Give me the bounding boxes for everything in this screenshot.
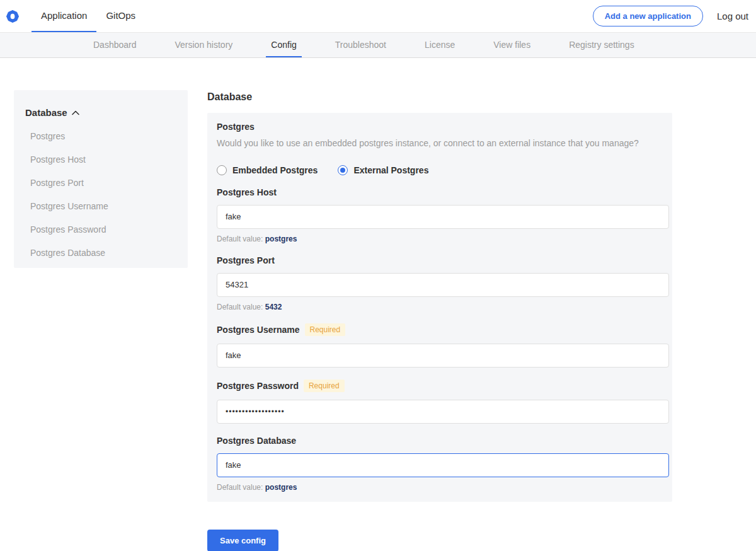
- postgres-database-default-value: postgres: [265, 483, 297, 492]
- postgres-username-label: Postgres Username Required: [217, 323, 663, 336]
- postgres-username-required-badge: Required: [305, 323, 346, 336]
- postgres-port-label-text: Postgres Port: [217, 255, 275, 265]
- content-area: Database Postgres Postgres Host Postgres…: [0, 58, 756, 551]
- subnav-config[interactable]: Config: [266, 33, 301, 57]
- postgres-database-label: Postgres Database: [217, 436, 663, 446]
- sidebar-group-database[interactable]: Database: [25, 107, 176, 118]
- subnav-config-label: Config: [271, 40, 296, 50]
- postgres-database-default-prefix: Default value:: [217, 483, 263, 492]
- sidebar-item-postgres[interactable]: Postgres: [30, 131, 176, 141]
- tab-gitops-label: GitOps: [106, 10, 135, 21]
- postgres-password-label-text: Postgres Password: [217, 381, 299, 391]
- postgres-group-description: Would you like to use an embedded postgr…: [217, 137, 663, 150]
- sidebar-group-database-label: Database: [25, 107, 67, 118]
- database-config-card: Postgres Would you like to use an embedd…: [207, 113, 672, 502]
- sidebar-item-postgres-username[interactable]: Postgres Username: [30, 201, 176, 211]
- tab-application-label: Application: [41, 10, 87, 21]
- postgres-port-default: Default value: 5432: [217, 303, 663, 311]
- config-main-panel: Database Postgres Would you like to use …: [207, 91, 672, 551]
- page-title: Database: [207, 91, 672, 103]
- app-sub-nav: Dashboard Version history Config Trouble…: [0, 33, 756, 58]
- radio-external-postgres-circle: [338, 165, 348, 175]
- subnav-license[interactable]: License: [420, 33, 460, 57]
- radio-external-postgres-label: External Postgres: [353, 165, 428, 175]
- sidebar-item-postgres-port[interactable]: Postgres Port: [30, 178, 176, 188]
- radio-embedded-postgres-circle: [217, 165, 227, 175]
- save-config-button[interactable]: Save config: [207, 530, 278, 551]
- subnav-dashboard-label: Dashboard: [93, 40, 137, 50]
- postgres-password-input[interactable]: [217, 400, 669, 424]
- chevron-up-icon: [72, 110, 79, 115]
- radio-embedded-postgres-label: Embedded Postgres: [232, 165, 318, 175]
- postgres-database-default: Default value: postgres: [217, 483, 663, 492]
- postgres-group-title: Postgres: [217, 122, 663, 132]
- postgres-username-input[interactable]: [217, 344, 669, 368]
- subnav-troubleshoot[interactable]: Troubleshoot: [330, 33, 391, 57]
- postgres-database-label-text: Postgres Database: [217, 436, 296, 446]
- subnav-registry-settings[interactable]: Registry settings: [564, 33, 639, 57]
- postgres-host-label-text: Postgres Host: [217, 187, 277, 197]
- subnav-license-label: License: [425, 40, 455, 50]
- subnav-dashboard[interactable]: Dashboard: [88, 33, 142, 57]
- tab-gitops[interactable]: GitOps: [96, 0, 145, 32]
- postgres-host-label: Postgres Host: [217, 187, 663, 197]
- sidebar-item-postgres-host[interactable]: Postgres Host: [30, 154, 176, 165]
- app-logo[interactable]: [0, 0, 32, 32]
- postgres-password-label: Postgres Password Required: [217, 380, 663, 392]
- subnav-view-files-label: View files: [493, 40, 530, 50]
- postgres-username-label-text: Postgres Username: [217, 325, 300, 335]
- postgres-port-input[interactable]: [217, 273, 669, 297]
- sidebar-item-postgres-database[interactable]: Postgres Database: [30, 248, 176, 258]
- postgres-port-default-prefix: Default value:: [217, 303, 263, 311]
- subnav-version-history[interactable]: Version history: [170, 33, 238, 57]
- logout-link[interactable]: Log out: [717, 11, 748, 21]
- radio-external-postgres[interactable]: External Postgres: [338, 165, 428, 175]
- subnav-troubleshoot-label: Troubleshoot: [335, 40, 386, 50]
- postgres-port-label: Postgres Port: [217, 255, 663, 265]
- config-sidebar: Database Postgres Postgres Host Postgres…: [14, 90, 188, 268]
- sidebar-item-postgres-password[interactable]: Postgres Password: [30, 224, 176, 235]
- postgres-host-input[interactable]: [217, 205, 669, 229]
- subnav-registry-settings-label: Registry settings: [569, 40, 634, 50]
- postgres-host-default-prefix: Default value:: [217, 235, 263, 243]
- postgres-host-default-value: postgres: [265, 235, 297, 243]
- postgres-password-required-badge: Required: [304, 380, 345, 392]
- top-nav: Application GitOps Add a new application…: [0, 0, 756, 33]
- postgres-host-default: Default value: postgres: [217, 235, 663, 243]
- subnav-version-history-label: Version history: [175, 40, 233, 50]
- postgres-mode-radio-group: Embedded Postgres External Postgres: [217, 165, 663, 175]
- top-nav-right: Add a new application Log out: [593, 0, 756, 32]
- radio-embedded-postgres[interactable]: Embedded Postgres: [217, 165, 318, 175]
- postgres-database-input[interactable]: [217, 453, 669, 477]
- replicated-logo-icon: [6, 10, 19, 23]
- subnav-view-files[interactable]: View files: [488, 33, 536, 57]
- add-new-application-button[interactable]: Add a new application: [593, 6, 703, 26]
- tab-application[interactable]: Application: [32, 0, 96, 32]
- postgres-port-default-value: 5432: [265, 303, 282, 311]
